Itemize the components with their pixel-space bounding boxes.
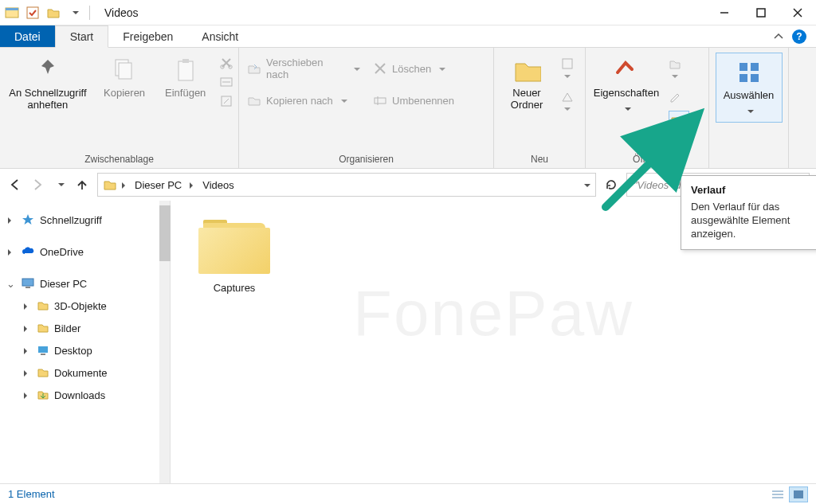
properties-icon: [612, 56, 641, 84]
refresh-button[interactable]: [602, 176, 620, 193]
tab-file[interactable]: Datei: [0, 25, 55, 47]
paste-icon: [171, 56, 200, 84]
qat-folder-icon[interactable]: [45, 4, 62, 21]
move-to-button[interactable]: Verschieben nach: [244, 59, 363, 78]
copy-icon: [110, 56, 139, 84]
copy-to-icon: [247, 93, 261, 107]
new-folder-icon: [512, 56, 541, 84]
minimize-button[interactable]: [706, 0, 743, 25]
properties-button[interactable]: Eigenschaften: [590, 53, 662, 115]
svg-rect-25: [751, 74, 759, 82]
forward-button[interactable]: [29, 176, 46, 193]
history-button[interactable]: [669, 111, 689, 131]
back-button[interactable]: [6, 176, 24, 193]
open-icon[interactable]: [669, 57, 689, 82]
delete-button[interactable]: Löschen: [370, 59, 481, 78]
qat-customize-icon[interactable]: [65, 4, 83, 21]
status-count: 1 Element: [8, 488, 55, 500]
folder-item[interactable]: Captures: [186, 220, 282, 294]
collapse-ribbon-icon[interactable]: [773, 31, 784, 42]
svg-rect-22: [740, 63, 747, 71]
tree-child[interactable]: Desktop: [3, 339, 156, 361]
tab-view[interactable]: Ansicht: [187, 25, 253, 47]
videos-icon: [103, 178, 117, 192]
nav-tree[interactable]: Schnellzugriff OneDrive ⌄ Dieser PC 3D-O…: [0, 201, 159, 483]
svg-rect-2: [27, 7, 38, 18]
folder-icon: [37, 322, 49, 334]
details-view-button[interactable]: [768, 486, 787, 502]
new-folder-button[interactable]: Neuer Ordner: [499, 53, 555, 111]
group-label-clipboard: Zwischenablage: [5, 152, 233, 168]
paste-button[interactable]: Einfügen: [158, 53, 213, 100]
star-icon: [21, 213, 35, 227]
status-bar: 1 Element: [0, 483, 816, 504]
qat-properties-icon[interactable]: [24, 4, 41, 21]
ribbon: An Schnellzugriff anheften Kopieren Einf…: [0, 48, 816, 169]
svg-rect-20: [563, 59, 572, 68]
svg-rect-4: [757, 9, 765, 17]
group-label-open: Öffnen: [590, 152, 704, 168]
app-icon: [3, 4, 21, 21]
svg-rect-9: [178, 61, 193, 80]
delete-icon: [373, 61, 387, 76]
tree-onedrive[interactable]: OneDrive: [3, 240, 156, 263]
svg-rect-29: [41, 354, 45, 355]
copy-to-button[interactable]: Kopieren nach: [244, 91, 363, 110]
svg-rect-24: [740, 74, 747, 82]
tree-quick-access[interactable]: Schnellzugriff: [3, 209, 156, 231]
tooltip-body: Den Verlauf für das ausgewählte Element …: [691, 201, 816, 241]
large-icons-view-button[interactable]: [789, 486, 808, 502]
svg-rect-8: [119, 63, 131, 79]
pin-quickaccess-button[interactable]: An Schnellzugriff anheften: [5, 53, 91, 111]
folder-label: Captures: [186, 282, 282, 294]
group-label-new: Neu: [499, 152, 580, 168]
cut-icon[interactable]: [219, 56, 233, 70]
easy-access-icon[interactable]: [561, 90, 574, 115]
tree-child[interactable]: 3D-Objekte: [3, 295, 156, 317]
help-icon[interactable]: ?: [792, 29, 806, 44]
copy-path-icon[interactable]: [219, 75, 233, 89]
select-icon: [735, 58, 763, 87]
select-button[interactable]: Auswählen: [716, 53, 783, 123]
new-item-icon[interactable]: [561, 57, 574, 82]
close-button[interactable]: [779, 0, 816, 25]
tree-child[interactable]: Dokumente: [3, 361, 156, 384]
group-label-organize: Organisieren: [244, 152, 488, 168]
svg-rect-10: [182, 59, 189, 63]
address-dropdown-icon[interactable]: [581, 179, 590, 191]
svg-rect-33: [794, 490, 803, 498]
ribbon-tabs: Datei Start Freigeben Ansicht ?: [0, 25, 816, 48]
svg-rect-23: [751, 63, 759, 71]
pc-icon: [21, 276, 35, 291]
folder-icon: [37, 389, 49, 401]
rename-button[interactable]: Umbenennen: [370, 91, 481, 110]
tree-this-pc[interactable]: ⌄ Dieser PC: [3, 272, 156, 295]
svg-rect-26: [22, 279, 33, 286]
tab-share[interactable]: Freigeben: [108, 25, 187, 47]
tree-scrollbar[interactable]: [159, 201, 171, 483]
tree-child[interactable]: Bilder: [3, 317, 156, 339]
window-title: Videos: [96, 6, 706, 19]
folder-icon: [37, 366, 49, 379]
group-label-select: [714, 152, 783, 168]
move-to-icon: [247, 61, 261, 76]
folder-icon: [37, 299, 49, 312]
pin-icon: [33, 56, 62, 84]
rename-icon: [373, 93, 387, 107]
tree-child[interactable]: Downloads: [3, 384, 156, 406]
svg-rect-28: [38, 346, 48, 353]
breadcrumb-item[interactable]: Dieser PC: [131, 179, 185, 191]
copy-button[interactable]: Kopieren: [97, 53, 152, 100]
titlebar: Videos: [0, 0, 816, 25]
tab-start[interactable]: Start: [55, 25, 109, 48]
svg-rect-1: [6, 8, 18, 10]
breadcrumb-item[interactable]: Videos: [199, 179, 237, 191]
cloud-icon: [21, 244, 35, 259]
paste-shortcut-icon[interactable]: [219, 94, 233, 108]
tooltip-title: Verlauf: [691, 184, 816, 196]
maximize-button[interactable]: [743, 0, 779, 25]
recent-locations-button[interactable]: [51, 176, 69, 193]
breadcrumb[interactable]: Dieser PC Videos: [97, 173, 596, 197]
edit-icon[interactable]: [669, 90, 689, 103]
up-button[interactable]: [73, 176, 91, 193]
